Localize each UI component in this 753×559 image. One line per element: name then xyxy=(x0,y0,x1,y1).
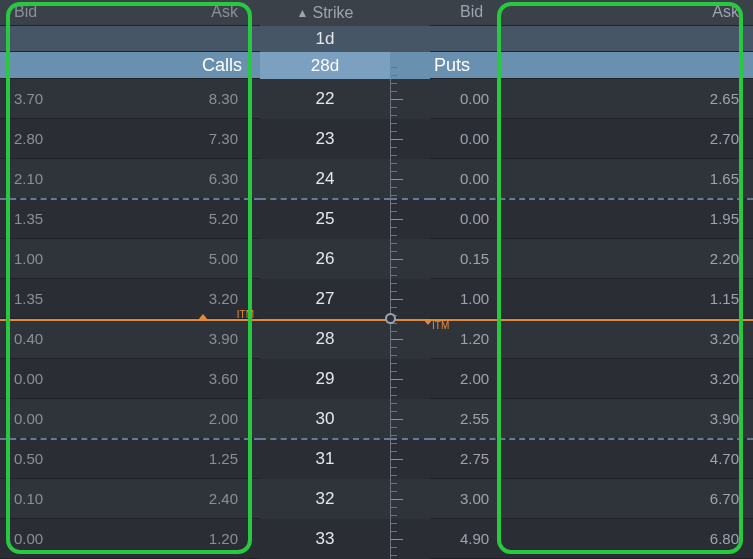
calls-ask-header[interactable]: Ask xyxy=(126,3,260,21)
put-ask[interactable]: 1.65 xyxy=(600,170,754,187)
put-bid[interactable]: 1.00 xyxy=(430,290,600,307)
puts-expiry-sub1[interactable] xyxy=(430,26,753,53)
calls-label: Calls xyxy=(0,55,260,76)
put-ask[interactable]: 3.90 xyxy=(600,410,754,427)
put-ask[interactable]: 4.70 xyxy=(600,450,754,467)
put-row[interactable]: 0.002.65 xyxy=(430,79,753,119)
call-row[interactable]: 1.353.20 xyxy=(0,279,260,319)
call-bid[interactable]: 2.10 xyxy=(0,170,126,187)
call-ask[interactable]: 3.60 xyxy=(126,370,260,387)
call-bid[interactable]: 0.10 xyxy=(0,490,126,507)
put-row[interactable]: 0.001.95 xyxy=(430,199,753,239)
call-bid[interactable]: 1.35 xyxy=(0,210,126,227)
call-row[interactable]: 0.002.00 xyxy=(0,399,260,439)
strike-cell[interactable]: 25 xyxy=(260,199,390,239)
put-row[interactable]: 0.001.65 xyxy=(430,159,753,199)
call-bid[interactable]: 0.00 xyxy=(0,370,126,387)
strike-cell[interactable]: 32 xyxy=(260,479,390,519)
collapse-icon[interactable]: ▲ xyxy=(297,6,309,20)
expiry-row-1d[interactable]: 1d xyxy=(260,26,390,53)
call-bid[interactable]: 0.00 xyxy=(0,530,126,547)
call-bid[interactable]: 3.70 xyxy=(0,90,126,107)
call-ask[interactable]: 3.20 xyxy=(126,290,260,307)
put-ask[interactable]: 2.70 xyxy=(600,130,754,147)
itm-label-puts: ITM xyxy=(432,320,449,331)
call-bid[interactable]: 2.80 xyxy=(0,130,126,147)
strike-cell[interactable]: 27 xyxy=(260,279,390,319)
put-bid[interactable]: 2.75 xyxy=(430,450,600,467)
put-bid[interactable]: 0.00 xyxy=(430,130,600,147)
call-ask[interactable]: 8.30 xyxy=(126,90,260,107)
call-bid[interactable]: 0.40 xyxy=(0,330,126,347)
call-ask[interactable]: 1.25 xyxy=(126,450,260,467)
strike-cell[interactable]: 33 xyxy=(260,519,390,559)
call-ask[interactable]: 2.00 xyxy=(126,410,260,427)
puts-column: Bid Ask Puts 0.002.650.002.700.001.650.0… xyxy=(430,0,753,559)
put-bid[interactable]: 0.00 xyxy=(430,90,600,107)
strike-header[interactable]: ▲ Strike xyxy=(260,0,390,26)
put-ask[interactable]: 2.65 xyxy=(600,90,754,107)
calls-section-label-row[interactable]: Calls xyxy=(0,52,260,79)
put-bid[interactable]: 0.00 xyxy=(430,170,600,187)
put-row[interactable]: 2.003.20 xyxy=(430,359,753,399)
calls-expiry-sub1[interactable] xyxy=(0,26,260,53)
call-ask[interactable]: 3.90 xyxy=(126,330,260,347)
call-bid[interactable]: 0.50 xyxy=(0,450,126,467)
put-bid[interactable]: 0.00 xyxy=(430,210,600,227)
put-ask[interactable]: 6.70 xyxy=(600,490,754,507)
call-ask[interactable]: 6.30 xyxy=(126,170,260,187)
strike-cell[interactable]: 29 xyxy=(260,359,390,399)
put-bid[interactable]: 0.15 xyxy=(430,250,600,267)
put-bid[interactable]: 4.90 xyxy=(430,530,600,547)
strike-cell[interactable]: 26 xyxy=(260,239,390,279)
puts-bid-header[interactable]: Bid xyxy=(430,3,600,21)
put-bid[interactable]: 3.00 xyxy=(430,490,600,507)
put-ask[interactable]: 3.20 xyxy=(600,370,754,387)
put-row[interactable]: ITM1.203.20 xyxy=(430,319,753,359)
put-bid[interactable]: 2.55 xyxy=(430,410,600,427)
put-row[interactable]: 0.002.70 xyxy=(430,119,753,159)
put-row[interactable]: 3.006.70 xyxy=(430,479,753,519)
expiry-row-28d[interactable]: 28d xyxy=(260,52,390,79)
strike-cell[interactable]: 31 xyxy=(260,439,390,479)
price-marker-icon[interactable] xyxy=(385,313,396,324)
put-row[interactable]: 4.906.80 xyxy=(430,519,753,559)
put-ask[interactable]: 3.20 xyxy=(600,330,754,347)
strike-cell[interactable]: 24 xyxy=(260,159,390,199)
strike-cell[interactable]: 23 xyxy=(260,119,390,159)
put-bid[interactable]: 1.20 xyxy=(430,330,600,347)
put-row[interactable]: 1.001.15 xyxy=(430,279,753,319)
call-ask[interactable]: 1.20 xyxy=(126,530,260,547)
calls-bid-header[interactable]: Bid xyxy=(0,3,126,21)
call-ask[interactable]: 2.40 xyxy=(126,490,260,507)
call-row[interactable]: 2.807.30 xyxy=(0,119,260,159)
call-row[interactable]: 1.005.00 xyxy=(0,239,260,279)
call-row[interactable]: 2.106.30 xyxy=(0,159,260,199)
put-ask[interactable]: 1.95 xyxy=(600,210,754,227)
strike-cell[interactable]: 22 xyxy=(260,79,390,119)
puts-ask-header[interactable]: Ask xyxy=(600,3,754,21)
call-ask[interactable]: 5.20 xyxy=(126,210,260,227)
put-row[interactable]: 2.754.70 xyxy=(430,439,753,479)
call-ask[interactable]: 7.30 xyxy=(126,130,260,147)
call-row[interactable]: 0.003.60 xyxy=(0,359,260,399)
put-row[interactable]: 2.553.90 xyxy=(430,399,753,439)
call-row[interactable]: ITM0.403.90 xyxy=(0,319,260,359)
put-bid[interactable]: 2.00 xyxy=(430,370,600,387)
call-row[interactable]: 0.501.25 xyxy=(0,439,260,479)
call-bid[interactable]: 0.00 xyxy=(0,410,126,427)
put-ask[interactable]: 2.20 xyxy=(600,250,754,267)
call-ask[interactable]: 5.00 xyxy=(126,250,260,267)
strike-cell[interactable]: 30 xyxy=(260,399,390,439)
call-row[interactable]: 0.001.20 xyxy=(0,519,260,559)
call-bid[interactable]: 1.00 xyxy=(0,250,126,267)
call-bid[interactable]: 1.35 xyxy=(0,290,126,307)
puts-section-label-row[interactable]: Puts xyxy=(430,52,753,79)
call-row[interactable]: 1.355.20 xyxy=(0,199,260,239)
put-ask[interactable]: 1.15 xyxy=(600,290,754,307)
call-row[interactable]: 3.708.30 xyxy=(0,79,260,119)
call-row[interactable]: 0.102.40 xyxy=(0,479,260,519)
put-row[interactable]: 0.152.20 xyxy=(430,239,753,279)
put-ask[interactable]: 6.80 xyxy=(600,530,754,547)
strike-cell[interactable]: 28 xyxy=(260,319,390,359)
